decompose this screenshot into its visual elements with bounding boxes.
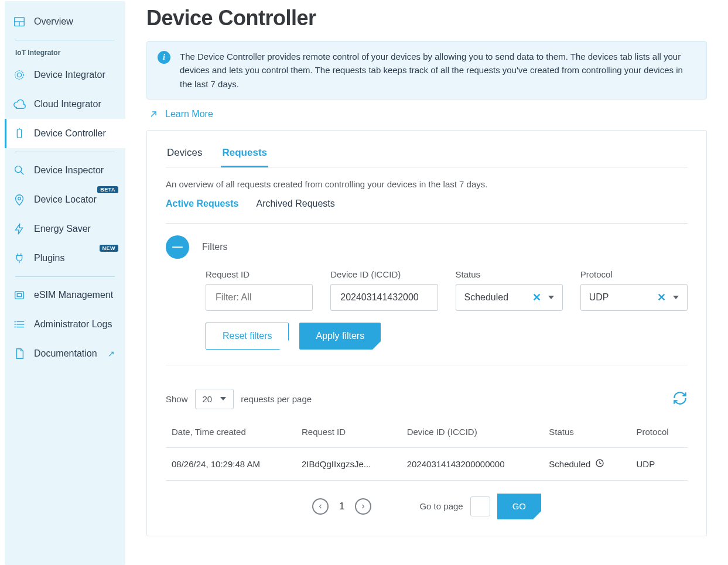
svg-point-4 (15, 71, 24, 80)
collapse-filters-button[interactable] (166, 235, 189, 259)
filter-label: Device ID (ICCID) (330, 269, 438, 279)
request-id-input-wrap (206, 284, 313, 311)
filter-label: Protocol (580, 269, 688, 279)
clear-protocol-icon[interactable]: ✕ (657, 291, 666, 304)
subtab-active-requests[interactable]: Active Requests (166, 198, 239, 209)
sidebar-item-label: Device Locator (34, 194, 97, 205)
sidebar-item-device-locator[interactable]: Device Locator BETA (5, 185, 125, 214)
next-page-button[interactable] (355, 498, 371, 515)
device-controller-icon (13, 127, 26, 140)
filter-label: Status (456, 269, 563, 279)
filter-protocol: Protocol UDP ✕ (580, 269, 688, 311)
request-id-input[interactable] (214, 292, 304, 303)
main-content: Device Controller i The Device Controlle… (125, 0, 728, 565)
device-id-input-wrap (330, 284, 438, 311)
info-text: The Device Controller provides remote co… (180, 50, 696, 91)
prev-page-button[interactable] (312, 498, 329, 515)
go-button[interactable]: GO (497, 494, 541, 519)
col-device-id[interactable]: Device ID (ICCID) (401, 416, 544, 448)
reset-filters-button[interactable]: Reset filters (206, 323, 289, 350)
list-icon (13, 318, 26, 331)
protocol-value: UDP (589, 292, 609, 303)
info-icon: i (158, 51, 170, 64)
filter-status: Status Scheduled ✕ (456, 269, 563, 311)
clear-status-icon[interactable]: ✕ (532, 291, 541, 304)
filter-device-id: Device ID (ICCID) (330, 269, 438, 311)
table-row[interactable]: 08/26/24, 10:29:48 AM 2IBdQgIIxgzsJe... … (166, 447, 688, 480)
chevron-down-icon[interactable] (548, 296, 554, 299)
goto-page-input[interactable] (470, 496, 490, 516)
sidebar-section-label: IoT Integrator (5, 44, 125, 60)
sidebar-item-label: Device Controller (34, 128, 106, 139)
sidebar-item-esim-management[interactable]: eSIM Management (5, 280, 125, 310)
beta-badge: BETA (97, 186, 118, 193)
sidebar-item-device-integrator[interactable]: Device Integrator (5, 60, 125, 90)
sim-icon (13, 289, 26, 302)
device-id-input[interactable] (339, 292, 429, 303)
sidebar-item-device-controller[interactable]: Device Controller (5, 119, 125, 148)
status-text: Scheduled (549, 459, 590, 469)
status-select[interactable]: Scheduled ✕ (456, 284, 563, 311)
sidebar-item-energy-saver[interactable]: Energy Saver (5, 214, 125, 244)
svg-point-3 (17, 73, 21, 77)
cell-protocol: UDP (631, 447, 688, 480)
protocol-select[interactable]: UDP ✕ (580, 284, 688, 311)
svg-point-7 (15, 166, 22, 173)
minus-icon (172, 246, 183, 248)
refresh-button[interactable] (672, 391, 688, 408)
sidebar-item-documentation[interactable]: Documentation ↗ (5, 339, 125, 368)
col-protocol[interactable]: Protocol (631, 416, 688, 448)
tab-requests[interactable]: Requests (221, 143, 268, 167)
cell-request-id: 2IBdQgIIxgzsJe... (296, 447, 401, 480)
search-icon (13, 164, 26, 177)
sidebar-item-admin-logs[interactable]: Administrator Logs (5, 310, 125, 339)
overview-icon (13, 15, 26, 28)
sidebar-item-label: Cloud Integrator (34, 99, 101, 109)
tab-description: An overview of all requests created from… (166, 179, 688, 189)
requests-table: Date, Time created Request ID Device ID … (166, 416, 688, 481)
learn-more-link[interactable]: Learn More (146, 100, 707, 130)
sidebar-item-plugins[interactable]: Plugins NEW (5, 244, 125, 273)
external-arrow-icon (149, 109, 158, 119)
per-page-select[interactable]: 20 (195, 389, 234, 409)
chevron-down-icon (220, 397, 226, 400)
learn-more-label: Learn More (165, 109, 213, 119)
sidebar-item-cloud-integrator[interactable]: Cloud Integrator (5, 90, 125, 119)
sidebar-item-label: Energy Saver (34, 224, 91, 234)
sidebar: Overview IoT Integrator Device Integrato… (5, 1, 125, 565)
tabs: Devices Requests (166, 143, 688, 167)
sidebar-item-label: Device Inspector (34, 165, 104, 176)
per-page-value: 20 (203, 394, 213, 404)
tab-devices[interactable]: Devices (166, 143, 203, 167)
sidebar-item-device-inspector[interactable]: Device Inspector (5, 156, 125, 185)
col-date[interactable]: Date, Time created (166, 416, 296, 448)
info-banner: i The Device Controller provides remote … (146, 41, 707, 100)
sidebar-item-label: Device Integrator (34, 70, 105, 80)
new-badge: NEW (100, 245, 119, 252)
sidebar-item-overview[interactable]: Overview (5, 7, 125, 36)
col-status[interactable]: Status (543, 416, 630, 448)
page-title: Device Controller (146, 6, 707, 30)
apply-filters-button[interactable]: Apply filters (299, 323, 381, 350)
subtab-archived-requests[interactable]: Archived Requests (257, 198, 335, 209)
sidebar-item-label: Administrator Logs (34, 319, 112, 330)
col-request-id[interactable]: Request ID (296, 416, 401, 448)
divider (15, 276, 115, 277)
sidebar-item-label: Overview (34, 16, 73, 27)
cloud-integrator-icon (13, 98, 26, 111)
svg-line-8 (20, 172, 23, 174)
svg-rect-11 (17, 293, 21, 297)
table-header-row: Date, Time created Request ID Device ID … (166, 416, 688, 448)
svg-rect-10 (15, 292, 24, 299)
svg-rect-5 (17, 129, 21, 138)
filter-request-id: Request ID (206, 269, 313, 311)
per-page-suffix: requests per page (241, 394, 312, 404)
cell-device-id: 20240314143200000000 (401, 447, 544, 480)
pagination: 1 Go to page GO (166, 494, 688, 519)
device-integrator-icon (13, 69, 26, 81)
cell-status: Scheduled (543, 447, 630, 480)
chevron-down-icon[interactable] (673, 296, 679, 299)
plug-icon (13, 252, 26, 265)
pin-icon (13, 193, 26, 206)
sidebar-item-label: Documentation (34, 348, 97, 359)
